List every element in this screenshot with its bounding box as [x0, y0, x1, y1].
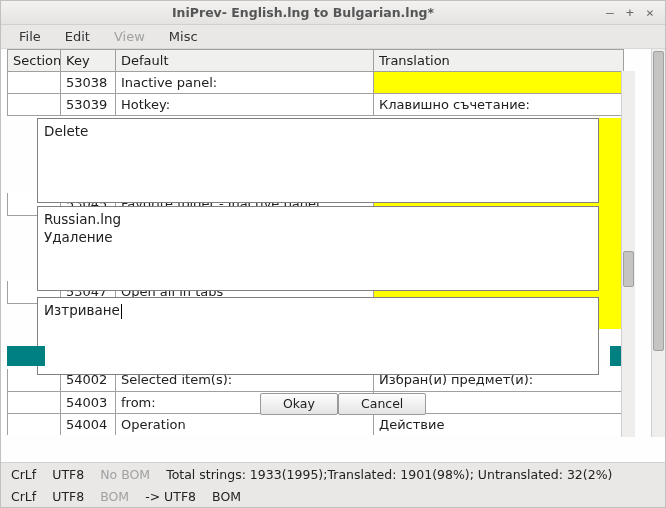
- status-crlf2: CrLf: [11, 489, 36, 504]
- header-key[interactable]: Key: [61, 50, 116, 72]
- cell-section[interactable]: [8, 391, 61, 413]
- cell-default[interactable]: Inactive panel:: [116, 72, 374, 94]
- table-header-row: Section Key Default Translation: [8, 50, 624, 72]
- scrollbar-thumb[interactable]: [653, 51, 664, 351]
- scrollbar-thumb[interactable]: [623, 251, 634, 287]
- close-button[interactable]: ×: [643, 5, 657, 20]
- workarea: Section Key Default Translation 53038 In…: [1, 49, 665, 463]
- header-translation[interactable]: Translation: [374, 50, 624, 72]
- cell-default[interactable]: Hotkey:: [116, 94, 374, 116]
- cancel-button[interactable]: Cancel: [338, 393, 426, 415]
- translation-table: Section Key Default Translation 53038 In…: [7, 49, 624, 116]
- yellow-strip: [599, 297, 623, 329]
- header-section[interactable]: Section: [8, 50, 61, 72]
- menu-file[interactable]: File: [7, 27, 53, 46]
- cell-translation[interactable]: Клавишно съчетание:: [374, 94, 624, 116]
- status-utf8: UTF8: [52, 467, 84, 482]
- cell-default[interactable]: Operation: [116, 413, 374, 435]
- tooltip-delete: Delete: [37, 118, 599, 203]
- maximize-button[interactable]: +: [623, 5, 637, 20]
- table-row[interactable]: 53038 Inactive panel:: [8, 72, 624, 94]
- status-bom: BOM: [212, 489, 241, 504]
- progress-strip-left: [7, 346, 45, 366]
- menu-edit[interactable]: Edit: [53, 27, 102, 46]
- cell-key[interactable]: 54003: [61, 391, 116, 413]
- yellow-strip: [599, 118, 623, 203]
- status-nobom: No BOM: [100, 467, 150, 482]
- titlebar: IniPrev- English.lng to Bulgarian.lng* –…: [1, 1, 665, 25]
- cell-section[interactable]: [8, 94, 61, 116]
- cell-section[interactable]: [8, 413, 61, 435]
- table-row[interactable]: 53039 Hotkey: Клавишно съчетание:: [8, 94, 624, 116]
- cell-key[interactable]: 54004: [61, 413, 116, 435]
- status-bom-dim: BOM: [100, 489, 129, 504]
- outer-scrollbar[interactable]: [651, 49, 665, 437]
- table-row[interactable]: 54004 Operation Действие: [8, 413, 624, 435]
- menu-view: View: [102, 27, 157, 46]
- status-summary: Total strings: 1933(1995);Translated: 19…: [166, 467, 612, 482]
- cell-key[interactable]: 53038: [61, 72, 116, 94]
- window-title: IniPrev- English.lng to Bulgarian.lng*: [9, 5, 597, 20]
- okay-button[interactable]: Okay: [260, 393, 338, 415]
- cell-key[interactable]: 53039: [61, 94, 116, 116]
- tooltip-russian: Russian.lng Удаление: [37, 206, 599, 291]
- menubar: File Edit View Misc: [1, 25, 665, 49]
- statusbar-2: CrLf UTF8 BOM -> UTF8 BOM: [1, 485, 665, 507]
- translation-input[interactable]: Изтриване: [37, 297, 599, 375]
- statusbar-1: CrLf UTF8 No BOM Total strings: 1933(199…: [1, 463, 665, 485]
- minimize-button[interactable]: –: [603, 5, 617, 20]
- header-default[interactable]: Default: [116, 50, 374, 72]
- yellow-strip: [599, 206, 623, 294]
- cell-section[interactable]: [8, 72, 61, 94]
- table-scrollbar[interactable]: [621, 71, 635, 437]
- status-arrow: -> UTF8: [145, 489, 196, 504]
- cell-translation[interactable]: Действие: [374, 413, 624, 435]
- cell-translation[interactable]: [374, 72, 624, 94]
- status-utf8b: UTF8: [52, 489, 84, 504]
- menu-misc[interactable]: Misc: [157, 27, 210, 46]
- status-crlf: CrLf: [11, 467, 36, 482]
